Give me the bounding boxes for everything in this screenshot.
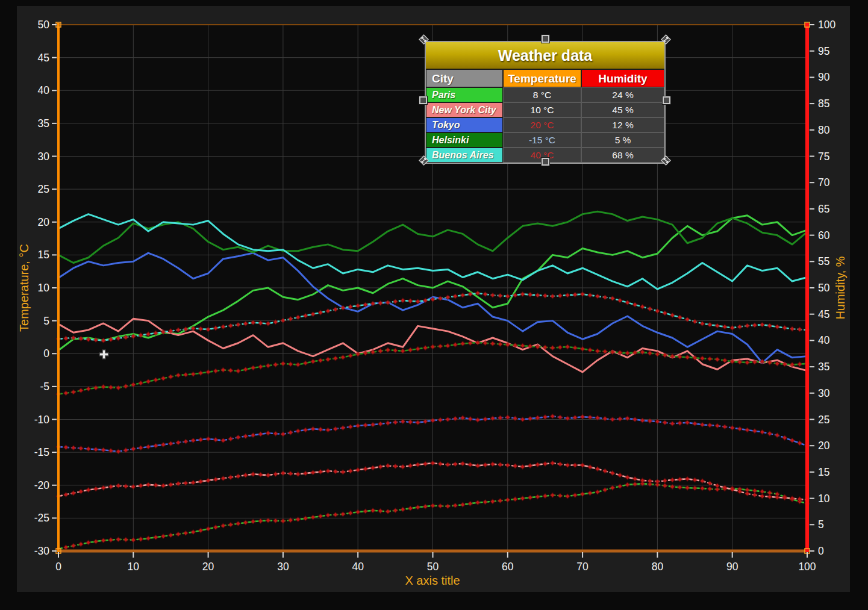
screenshot-root: 50454035302520151050-5-10-15-20-25-30100…	[0, 0, 868, 610]
temperature-cell: 20 °C	[503, 117, 581, 132]
svg-text:-5: -5	[40, 381, 49, 393]
svg-text:30: 30	[818, 387, 830, 399]
table-resize-handle-bottom-left[interactable]	[419, 155, 429, 166]
city-cell: Buenos Aires	[426, 148, 503, 163]
x-axis-title: X axis title	[342, 573, 523, 588]
svg-text:75: 75	[818, 151, 829, 163]
diagonal-resize-icon	[419, 34, 429, 45]
city-cell: New York City	[426, 102, 503, 117]
svg-text:60: 60	[818, 229, 830, 241]
svg-text:-30: -30	[34, 545, 50, 557]
diagonal-resize-icon	[661, 34, 671, 45]
svg-text:55: 55	[818, 255, 829, 267]
svg-text:0: 0	[55, 561, 61, 573]
svg-text:90: 90	[726, 561, 738, 573]
svg-text:80: 80	[652, 561, 664, 573]
table-resize-handle-mid-left[interactable]	[419, 96, 427, 104]
humidity-cell: 45 %	[581, 102, 664, 117]
y-axis-right-title: Humidity, %	[832, 198, 848, 378]
svg-text:35: 35	[818, 361, 829, 373]
temperature-cell: -15 °C	[503, 132, 581, 148]
humidity-cell: 12 %	[581, 117, 664, 132]
svg-text:0: 0	[43, 347, 49, 359]
svg-text:60: 60	[502, 561, 514, 573]
weather-table-row: Helsinki -15 °C 5 %	[426, 132, 664, 148]
temperature-cell: 8 °C	[503, 87, 581, 102]
table-title: Weather data	[426, 42, 664, 69]
svg-text:10: 10	[818, 493, 830, 505]
svg-text:35: 35	[38, 117, 49, 129]
svg-text:70: 70	[818, 176, 830, 188]
svg-text:50: 50	[38, 19, 50, 31]
svg-text:5: 5	[43, 315, 49, 327]
table-resize-handle-bottom-right[interactable]	[661, 155, 671, 166]
y-axis-left-title: Temperature, °C	[16, 198, 32, 378]
table-resize-handle-top-left[interactable]	[419, 34, 429, 45]
diagonal-resize-icon	[661, 155, 671, 166]
svg-text:65: 65	[818, 203, 829, 215]
svg-text:100: 100	[818, 19, 835, 31]
weather-data-table[interactable]: Weather data City Temperature Humidity P…	[425, 41, 666, 164]
svg-text:-10: -10	[34, 414, 50, 426]
city-cell: Tokyo	[426, 117, 503, 132]
svg-text:0: 0	[818, 545, 824, 557]
humidity-cell: 68 %	[581, 148, 664, 163]
weather-table-row: Paris 8 °C 24 %	[426, 87, 664, 102]
weather-table-row: New York City 10 °C 45 %	[426, 102, 664, 117]
svg-text:-20: -20	[34, 479, 50, 491]
svg-text:-15: -15	[34, 446, 49, 458]
svg-text:100: 100	[798, 561, 816, 573]
humidity-cell: 5 %	[581, 132, 664, 148]
svg-text:50: 50	[818, 282, 830, 294]
svg-text:15: 15	[38, 249, 49, 261]
svg-text:10: 10	[38, 282, 50, 294]
temperature-cell: 10 °C	[503, 102, 581, 117]
move-cursor-icon	[99, 349, 109, 362]
svg-text:30: 30	[38, 151, 50, 163]
weather-table-header-cell: Humidity	[581, 69, 664, 87]
svg-text:40: 40	[38, 84, 50, 96]
svg-text:10: 10	[128, 561, 140, 573]
svg-text:40: 40	[352, 561, 364, 573]
svg-text:45: 45	[818, 308, 829, 320]
svg-text:25: 25	[38, 183, 49, 195]
city-cell: Paris	[426, 87, 503, 102]
svg-text:25: 25	[818, 414, 829, 426]
svg-text:20: 20	[202, 561, 214, 573]
table-resize-handle-top-center[interactable]	[542, 35, 549, 43]
svg-text:80: 80	[818, 124, 830, 136]
svg-text:95: 95	[818, 45, 829, 57]
weather-table-header-cell: City	[426, 69, 503, 87]
table-resize-handle-top-right[interactable]	[661, 34, 671, 45]
svg-text:-25: -25	[34, 512, 49, 524]
svg-text:30: 30	[277, 561, 289, 573]
svg-text:15: 15	[818, 466, 829, 478]
svg-text:50: 50	[427, 561, 439, 573]
svg-text:85: 85	[818, 98, 829, 110]
table-resize-handle-bottom-center[interactable]	[542, 158, 549, 166]
svg-text:20: 20	[38, 216, 50, 228]
svg-text:45: 45	[38, 52, 49, 64]
humidity-cell: 24 %	[581, 87, 664, 102]
table-resize-handle-mid-right[interactable]	[663, 96, 670, 104]
weather-table-header: City Temperature Humidity	[426, 69, 664, 87]
weather-table-row: Tokyo 20 °C 12 %	[426, 117, 664, 132]
svg-text:70: 70	[576, 561, 589, 573]
weather-table-header-cell: Temperature	[503, 69, 581, 87]
svg-text:20: 20	[818, 440, 830, 452]
city-cell: Helsinki	[426, 132, 503, 148]
svg-text:90: 90	[818, 71, 830, 83]
diagonal-resize-icon	[419, 155, 429, 166]
svg-text:40: 40	[818, 334, 830, 346]
svg-text:5: 5	[818, 518, 824, 531]
